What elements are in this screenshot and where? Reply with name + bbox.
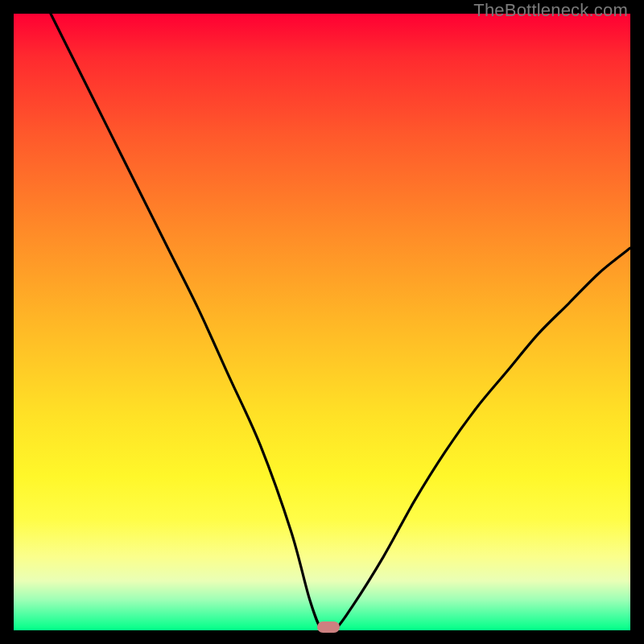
watermark-text: TheBottleneck.com xyxy=(473,0,628,21)
minimum-marker xyxy=(317,621,340,633)
chart-frame: TheBottleneck.com xyxy=(0,0,644,644)
bottleneck-curve xyxy=(14,14,630,630)
